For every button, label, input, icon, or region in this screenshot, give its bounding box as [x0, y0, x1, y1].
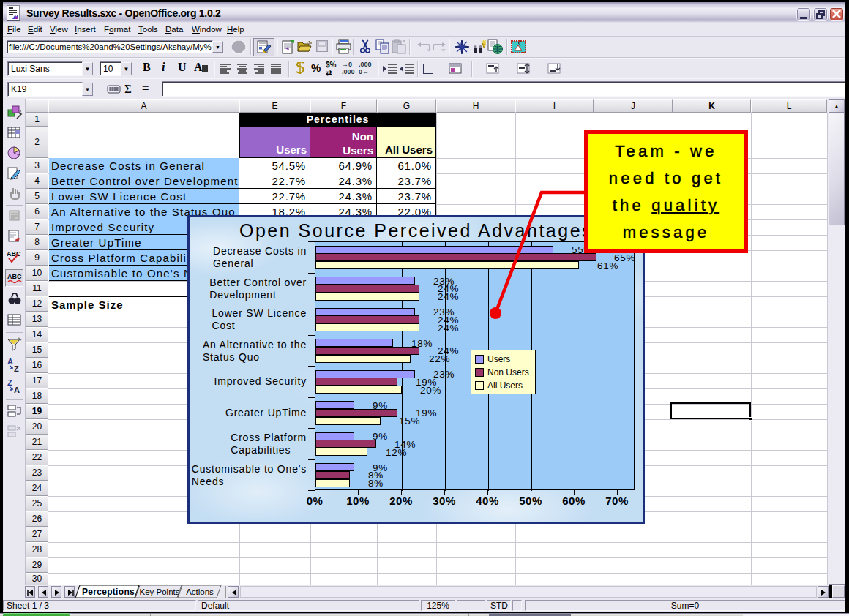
svg-text:Z: Z [7, 378, 12, 387]
svg-text:ABC: ABC [7, 273, 22, 280]
svg-text:ABC: ABC [7, 250, 21, 258]
svg-text:A: A [14, 386, 20, 394]
svg-text:Z: Z [14, 364, 19, 373]
svg-text:A: A [7, 357, 13, 366]
